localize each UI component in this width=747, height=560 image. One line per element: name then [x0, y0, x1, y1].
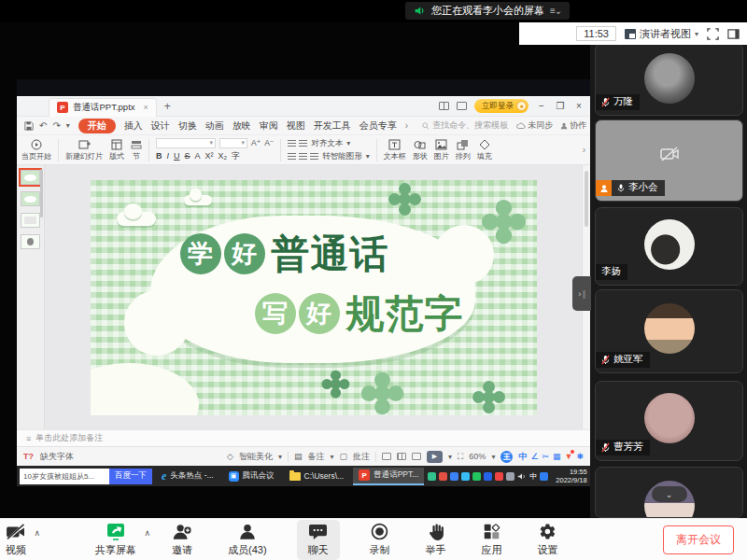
tabs-overflow-icon[interactable]: › — [405, 120, 408, 131]
arrange-button[interactable]: 排列 — [456, 138, 471, 161]
subscript-button[interactable]: X₂ — [218, 151, 228, 161]
participant-tile[interactable]: 李扬 — [595, 207, 743, 286]
tray-icon[interactable] — [484, 472, 492, 481]
zoom-level[interactable]: 60% — [469, 452, 486, 461]
thumbnail-scrollbar[interactable] — [40, 169, 43, 217]
fill-button[interactable]: 填充 — [477, 138, 492, 161]
chat-button[interactable]: 聊天 — [297, 520, 340, 560]
tab-review[interactable]: 审阅 — [260, 119, 278, 133]
tab-transition[interactable]: 切换 — [178, 119, 197, 133]
slide-thumbnail-1[interactable] — [21, 170, 40, 185]
participant-tile[interactable]: 曹芳芳 — [595, 381, 743, 461]
tab-home[interactable]: 开始 — [78, 119, 116, 133]
bold-button[interactable]: B — [156, 151, 162, 161]
ime-toolbar[interactable]: 中 ∠ ✂ ▦ ▼ ✱ — [518, 451, 584, 463]
login-button[interactable]: 立即登录 ● — [474, 99, 529, 113]
tray-icon[interactable] — [472, 472, 481, 481]
redo-icon[interactable]: ↷ — [52, 120, 60, 131]
slideshow-play-button[interactable]: ▶ — [427, 451, 443, 463]
ime-keyboard-icon[interactable]: ▦ — [553, 452, 561, 461]
split-view-icon[interactable] — [439, 102, 449, 110]
leave-meeting-button[interactable]: 离开会议 — [663, 525, 734, 554]
record-button[interactable]: 录制 — [364, 521, 396, 559]
reading-view-icon[interactable] — [412, 453, 421, 460]
fit-slide-icon[interactable]: ⛶ — [458, 452, 463, 462]
ime-skin-icon[interactable]: ▼ — [565, 452, 573, 461]
font-size-select[interactable]: ▾ — [219, 138, 247, 148]
chevron-down-icon[interactable]: ▾ — [66, 121, 70, 130]
increase-font-icon[interactable]: A⁺ — [251, 138, 261, 147]
tab-slideshow[interactable]: 放映 — [233, 119, 251, 133]
tray-icon[interactable] — [450, 472, 458, 481]
new-slide-button[interactable]: 新建幻灯片 — [65, 138, 103, 161]
undo-icon[interactable]: ↶ — [39, 120, 47, 131]
members-button[interactable]: 成员(43) — [222, 521, 273, 559]
chevron-up-icon[interactable]: ∧ — [34, 528, 40, 538]
taskbar-clock[interactable]: 19:55 2022/9/18 — [552, 468, 590, 485]
view-mode-button[interactable]: 演讲者视图 ▾ — [625, 27, 698, 41]
ime-lang-indicator[interactable]: 中 — [529, 471, 537, 482]
normal-view-icon[interactable] — [382, 453, 391, 460]
superscript-button[interactable]: X² — [205, 151, 214, 161]
comment-label[interactable]: 批注 — [353, 451, 370, 463]
sync-status[interactable]: 未同步 — [516, 119, 553, 132]
char-spacing-button[interactable]: 字 — [232, 150, 240, 162]
tray-icon[interactable] — [540, 472, 548, 481]
taskbar-app-wps[interactable]: P 普通话PPT... — [353, 468, 424, 485]
apps-button[interactable]: 应用 — [476, 521, 508, 559]
missing-font-label[interactable]: 缺失字体 — [40, 451, 74, 463]
slide-thumbnail-4[interactable] — [21, 234, 40, 249]
new-tab-button[interactable]: + — [164, 100, 171, 113]
video-button[interactable]: 视频 ∧ — [0, 521, 32, 559]
collapse-tiles-button[interactable]: ⌄ — [652, 486, 687, 502]
close-tab-icon[interactable]: × — [144, 103, 148, 112]
participant-tile-partial[interactable]: ⌄ — [595, 467, 743, 518]
toolbar-overflow-icon[interactable]: › — [583, 145, 585, 155]
decrease-font-icon[interactable]: A⁻ — [264, 138, 274, 147]
save-icon[interactable] — [24, 121, 34, 131]
font-color-button[interactable]: A — [195, 151, 201, 161]
tab-view[interactable]: 视图 — [287, 119, 305, 133]
float-app-badge[interactable]: 王 — [500, 451, 513, 463]
sidebar-layout-icon[interactable] — [727, 28, 740, 40]
picture-button[interactable]: 图片 — [434, 138, 449, 161]
share-screen-button[interactable]: 共享屏幕 ∧ — [90, 521, 142, 559]
tab-animation[interactable]: 动画 — [205, 119, 224, 133]
slide-thumbnail-2[interactable] — [21, 191, 40, 206]
beautify-label[interactable]: 智能美化 — [239, 451, 273, 463]
align-icons[interactable] — [288, 153, 318, 160]
taskbar-app-meeting[interactable]: ▣ 腾讯会议 — [223, 468, 280, 485]
notes-bar[interactable]: ≡ 单击此处添加备注 — [17, 429, 590, 446]
collab-button[interactable]: 协作 — [560, 119, 586, 132]
tab-insert[interactable]: 插入 — [124, 119, 143, 133]
sorter-view-icon[interactable] — [397, 453, 406, 460]
font-family-select[interactable]: ▾ — [156, 138, 216, 148]
raise-hand-button[interactable]: 举手 — [420, 521, 452, 559]
close-icon[interactable]: × — [573, 101, 585, 111]
participant-tile-presenter[interactable]: 李小会 — [595, 119, 743, 202]
taskbar-search[interactable]: 10岁女孩被姐姐从5... 百度一下 — [20, 469, 152, 484]
tab-devtools[interactable]: 开发工具 — [314, 119, 351, 133]
layout-button[interactable]: 版式 — [109, 138, 124, 161]
smart-graphic-button[interactable]: 转智能图形 — [322, 151, 362, 162]
slide-thumbnail-3[interactable] — [21, 213, 40, 228]
banner-menu-icon[interactable]: ≡⌄ — [550, 6, 561, 16]
underline-button[interactable]: U — [174, 151, 180, 161]
shapes-button[interactable]: 形状 — [413, 138, 428, 161]
restore-icon[interactable]: ❐ — [555, 101, 566, 111]
search-input[interactable]: 10岁女孩被姐姐从5... — [20, 469, 109, 484]
text-box-button[interactable]: 文本框 — [384, 138, 406, 161]
play-from-current-button[interactable]: 当页开始 — [21, 138, 51, 161]
tray-icon[interactable] — [428, 472, 436, 481]
taskbar-app-explorer[interactable]: C:\Users\... — [284, 468, 350, 485]
workspace-icon[interactable] — [457, 102, 467, 110]
note-label[interactable]: 备注 — [308, 451, 325, 463]
tray-icon[interactable] — [495, 472, 503, 481]
tab-design[interactable]: 设计 — [151, 119, 170, 133]
invite-button[interactable]: 邀请 — [166, 521, 198, 559]
settings-button[interactable]: 设置 — [532, 521, 564, 559]
taskbar-app-ie[interactable]: e 头条热点 -... — [156, 468, 219, 485]
align-text-button[interactable]: 对齐文本 — [311, 138, 343, 149]
current-slide[interactable]: 学 好 普通话 写 好 规范字 — [91, 180, 537, 415]
tray-monitor-icon[interactable] — [506, 472, 514, 481]
